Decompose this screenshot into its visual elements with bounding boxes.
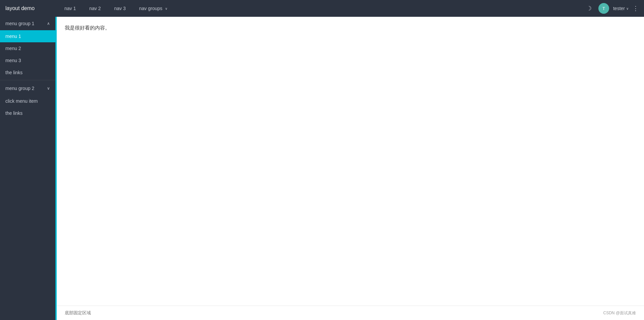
more-icon: ⋮ [633, 5, 639, 12]
sidebar-item-menu3[interactable]: menu 3 [0, 54, 55, 66]
avatar[interactable]: T [598, 3, 609, 14]
user-button[interactable]: tester ∨ [613, 6, 629, 11]
nav-link-nav2[interactable]: nav 2 [84, 0, 106, 17]
nav-links: nav 1 nav 2 nav 3 nav groups ∨ [59, 0, 584, 17]
main-layout: menu group 1 ∧ menu 1 menu 2 menu 3 the … [0, 17, 644, 320]
sidebar-group-menu-group-2[interactable]: menu group 2 ∨ [0, 82, 55, 95]
footer-bar: 底部固定区域 CSDN @面试真难 [57, 306, 644, 320]
menu1-label: menu 1 [5, 34, 21, 39]
moon-icon: ☽ [586, 5, 592, 12]
footer-left-text: 底部固定区域 [65, 310, 91, 316]
chevron-down-icon: ∨ [47, 86, 50, 91]
nav-link-nav3[interactable]: nav 3 [109, 0, 131, 17]
links1-label: the links [5, 70, 22, 75]
content-wrapper: 我是很好看的内容。 底部固定区域 CSDN @面试真难 [55, 17, 644, 320]
user-label: tester [613, 6, 625, 11]
content-main: 我是很好看的内容。 [57, 17, 644, 306]
sidebar-divider [0, 80, 55, 80]
sidebar-item-menu2[interactable]: menu 2 [0, 42, 55, 54]
chevron-down-icon: ∨ [626, 7, 629, 10]
chevron-up-icon: ∧ [47, 21, 50, 26]
footer-right-text: CSDN @面试真难 [603, 310, 636, 316]
nav-groups-label: nav groups [139, 6, 162, 11]
moon-icon-button[interactable]: ☽ [584, 3, 594, 14]
app-title: layout demo [5, 5, 59, 11]
top-navbar: layout demo nav 1 nav 2 nav 3 nav groups… [0, 0, 644, 17]
main-content-text: 我是很好看的内容。 [65, 25, 636, 31]
nav-right: ☽ T tester ∨ ⋮ [584, 3, 639, 14]
chevron-down-icon: ∨ [165, 7, 167, 10]
menu-group-1-label: menu group 1 [5, 21, 34, 26]
sidebar: menu group 1 ∧ menu 1 menu 2 menu 3 the … [0, 17, 55, 320]
sidebar-item-links2[interactable]: the links [0, 107, 55, 119]
menu3-label: menu 3 [5, 58, 21, 63]
sidebar-group-menu-group-1[interactable]: menu group 1 ∧ [0, 17, 55, 30]
sidebar-item-click-menu[interactable]: click menu item [0, 95, 55, 107]
more-button[interactable]: ⋮ [633, 5, 639, 12]
nav-link-navgroups[interactable]: nav groups ∨ [134, 0, 173, 17]
sidebar-item-menu1[interactable]: menu 1 [0, 30, 55, 42]
menu2-label: menu 2 [5, 46, 21, 51]
links2-label: the links [5, 110, 22, 116]
click-menu-label: click menu item [5, 98, 38, 104]
menu-group-2-label: menu group 2 [5, 86, 34, 91]
sidebar-item-links1[interactable]: the links [0, 66, 55, 79]
nav-link-nav1[interactable]: nav 1 [59, 0, 81, 17]
